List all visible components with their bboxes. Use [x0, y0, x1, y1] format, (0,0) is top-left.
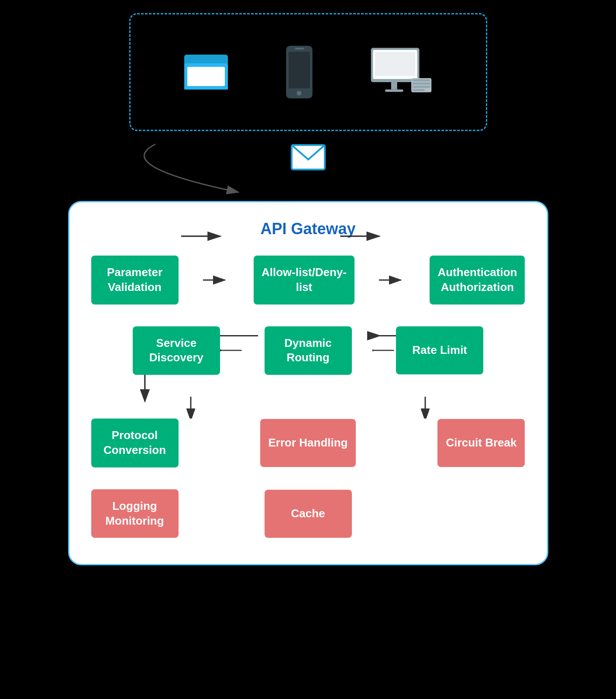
svg-rect-9 — [295, 48, 304, 49]
svg-rect-19 — [413, 89, 425, 91]
vertical-connectors — [91, 397, 525, 419]
svc-down-arrow-col — [91, 397, 234, 419]
desktop-client-icon — [368, 46, 434, 98]
svg-rect-12 — [375, 52, 415, 76]
arrow-pv-to-al — [203, 276, 229, 284]
col2-row2: DynamicRouting — [244, 326, 372, 375]
logging-monitoring-box: LoggingMonitoring — [91, 489, 179, 538]
param-validation-box: ParameterValidation — [91, 256, 179, 305]
svg-rect-18 — [413, 86, 430, 88]
error-handling-box: Error Handling — [260, 419, 355, 467]
svg-rect-7 — [289, 52, 310, 89]
canvas: API Gateway — [0, 0, 616, 699]
mobile-client-icon — [281, 44, 318, 100]
email-connector-area — [68, 131, 548, 201]
arrow-svc-to-proto — [186, 397, 195, 419]
svg-rect-5 — [187, 67, 225, 86]
svg-rect-2 — [184, 61, 228, 63]
svg-rect-14 — [385, 90, 403, 92]
email-icon — [291, 144, 326, 172]
col3-row2: Rate Limit — [396, 326, 525, 374]
svg-rect-13 — [391, 82, 397, 90]
dynamic-routing-box: DynamicRouting — [265, 326, 352, 375]
empty-cell — [438, 490, 525, 538]
arrow-dyn-to-svc — [220, 346, 244, 355]
clients-box — [129, 13, 487, 131]
allowlist-denylist-box: Allow-list/Deny-list — [254, 256, 354, 305]
svg-rect-16 — [413, 80, 430, 82]
circuit-break-box: Circuit Break — [437, 419, 525, 467]
rate-limit-box: Rate Limit — [396, 326, 483, 374]
gateway-title: API Gateway — [91, 220, 525, 238]
main-container: API Gateway — [68, 0, 548, 699]
auth-down-arrow-col — [382, 397, 525, 419]
cache-box: Cache — [265, 490, 352, 538]
flow-row-3: ProtocolConversion Error Handling Circui… — [91, 419, 525, 467]
arrow-auth-to-rate — [421, 397, 430, 419]
flow-row-2-wrapper: ServiceDiscovery DynamicRouting — [91, 326, 525, 375]
col1-row2: ServiceDiscovery — [91, 326, 220, 375]
arrow-rate-to-dyn — [372, 346, 396, 355]
browser-client-icon — [182, 48, 230, 96]
svg-rect-17 — [413, 83, 430, 85]
flow-row-4: LoggingMonitoring Cache — [91, 489, 525, 538]
service-discovery-box: ServiceDiscovery — [133, 326, 220, 375]
api-gateway-box: API Gateway — [68, 201, 548, 565]
flow-row-1: ParameterValidation Allow-list/Deny-list — [91, 256, 525, 305]
arrow-al-to-auth — [379, 276, 405, 284]
protocol-conversion-box: ProtocolConversion — [91, 419, 179, 467]
auth-box: AuthenticationAuthorization — [430, 256, 525, 305]
svg-point-8 — [296, 91, 301, 96]
